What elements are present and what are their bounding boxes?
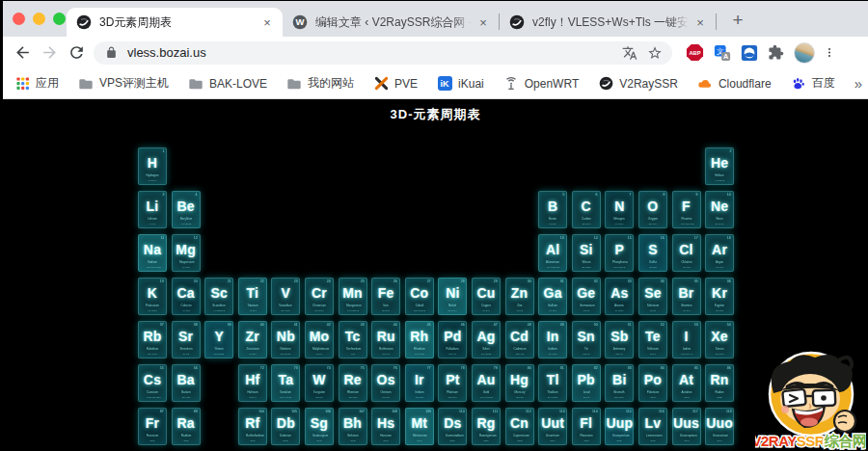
reload-button[interactable] (63, 40, 90, 66)
atomic-mass: 207.2 (581, 396, 592, 399)
element-Ti: 22TiTitanium47.867 (238, 278, 267, 315)
back-button[interactable] (9, 40, 36, 66)
atomic-mass: 88.90585 (213, 353, 225, 356)
window-zoom-button[interactable] (53, 13, 66, 25)
bookmark-bak-love[interactable]: BAK-LOVE (188, 76, 267, 92)
element-symbol: Mg (173, 243, 200, 256)
atomic-mass: 51.9961 (313, 309, 325, 312)
window-minimize-button[interactable] (33, 13, 45, 25)
element-Fl: 114FlFlerovium(289) (572, 408, 601, 445)
translate-extension-icon[interactable]: 文A (713, 43, 731, 62)
bookmark-cloudflare[interactable]: Cloudflare (697, 76, 772, 92)
atomic-number: 79 (494, 366, 498, 369)
tab-title: v2fly！VLESS+Ws+Tls 一键安装 (532, 14, 689, 31)
bookmark-ikuai[interactable]: iKiKuai (437, 76, 484, 92)
atomic-number: 73 (293, 366, 297, 369)
element-name: Cobalt (413, 305, 426, 307)
atomic-mass: 12.0107 (581, 223, 592, 226)
lock-icon[interactable] (102, 44, 120, 62)
element-symbol: At (673, 373, 700, 386)
element-name: Tin (580, 348, 593, 351)
element-name: Thallium (546, 391, 559, 394)
atomic-number: 24 (327, 279, 331, 282)
periodic-table[interactable]: 1HHydrogen1.007942HeHelium4.0026023LiLit… (138, 147, 734, 445)
atomic-number: 43 (361, 323, 365, 326)
element-Lv: 116LvLivermorium(293) (638, 408, 667, 445)
element-name: Ununtrium (546, 435, 559, 438)
element-Y: 39YYttrium88.90585 (204, 321, 233, 358)
tab-close-icon[interactable]: × (475, 14, 491, 30)
element-symbol: Re (339, 373, 366, 386)
element-name: Lead (580, 391, 593, 394)
element-symbol: Uuo (706, 416, 733, 430)
element-symbol: Zr (239, 330, 266, 343)
element-Hg: 80HgMercury200.59 (505, 364, 534, 402)
address-bar[interactable]: vless.bozai.us (94, 41, 672, 65)
element-symbol: Ti (239, 286, 266, 300)
menu-kebab-icon[interactable] (824, 43, 835, 62)
atomic-mass: 190.23 (380, 396, 392, 399)
bookmark-my-sites[interactable]: 我的网站 (286, 75, 354, 92)
element-name: Carbon (580, 218, 593, 221)
atomic-mass: (98) (347, 353, 359, 356)
atomic-number: 84 (661, 366, 665, 369)
element-symbol: S (639, 243, 666, 256)
element-name: Osmium (379, 391, 393, 394)
element-Ni: 28NiNickel58.6934 (438, 278, 467, 315)
atomic-number: 32 (594, 279, 598, 282)
atomic-mass: 40.078 (180, 309, 192, 312)
element-name: Gallium (546, 305, 559, 307)
extensions-puzzle-icon[interactable] (767, 43, 785, 62)
bookmark-label: 我的网站 (308, 75, 354, 92)
tab-v2fly-vless[interactable]: v2fly！VLESS+Ws+Tls 一键安装 × (500, 8, 716, 37)
adblock-plus-icon[interactable]: ABP (686, 43, 704, 62)
atomic-number: 49 (560, 323, 564, 326)
element-Mo: 42MoMolybdenum95.96 (305, 321, 334, 358)
atomic-number: 114 (592, 410, 598, 412)
element-Mt: 109MtMeitnerium(276) (405, 408, 434, 445)
element-symbol: Co (406, 286, 433, 300)
atomic-number: 5 (562, 193, 564, 196)
element-name: Zirconium (246, 348, 259, 351)
atomic-number: 3 (162, 193, 164, 196)
tab-edit-article[interactable]: W 编辑文章 ‹ V2RaySSR综合网 — × (283, 8, 499, 37)
element-name: Vanadium (279, 305, 292, 307)
element-name: Magnesium (179, 261, 193, 264)
window-close-button[interactable] (13, 13, 25, 25)
bookmark-label: VPS评测主机 (99, 75, 169, 92)
element-symbol: Ge (573, 286, 600, 300)
element-name: Copper (479, 305, 493, 307)
atomic-mass: 69.723 (547, 309, 558, 312)
tab-close-icon[interactable]: × (692, 14, 708, 30)
bookmark-openwrt[interactable]: OpenWRT (503, 76, 579, 92)
new-tab-button[interactable]: + (724, 7, 751, 34)
element-symbol: I (673, 330, 700, 343)
ikuai-icon: iK (437, 76, 452, 92)
element-Na: 11NaSodium22.98976928 (138, 234, 167, 272)
bookmark-v2rayssr[interactable]: V2RaySSR (598, 76, 678, 92)
bookmark-star-icon[interactable] (646, 44, 664, 62)
profile-avatar[interactable] (794, 42, 815, 64)
atomic-mass: 35.453 (681, 266, 692, 269)
bookmark-baidu[interactable]: 百度 (791, 75, 835, 92)
element-name: Tungsten (312, 391, 326, 394)
tab-title: 编辑文章 ‹ V2RaySSR综合网 — (315, 14, 472, 31)
element-symbol: Na (139, 243, 166, 256)
element-Ds: 110DsDarmstadtium(281) (438, 408, 467, 445)
element-Cr: 24CrChromium51.9961 (305, 278, 334, 315)
proxy-extension-icon[interactable] (740, 43, 758, 62)
tab-3d-periodic-table[interactable]: 3D元素周期表 × (67, 8, 283, 37)
bookmarks-overflow-chevron-icon[interactable]: » (854, 75, 862, 92)
forward-button[interactable] (36, 40, 63, 66)
tab-close-icon[interactable]: × (259, 14, 275, 30)
atomic-mass: 106.42 (447, 353, 458, 356)
bookmark-vps-review-hosts[interactable]: VPS评测主机 (78, 75, 169, 92)
url-text[interactable]: vless.bozai.us (127, 45, 613, 60)
element-Sn: 50SnTin118.71 (572, 321, 601, 358)
element-Co: 27CoCobalt58.933195 (405, 278, 434, 315)
bookmark-apps[interactable]: 应用 (14, 75, 59, 92)
translate-page-icon[interactable] (621, 44, 638, 62)
atomic-mass: 18.9984032 (681, 223, 692, 226)
bookmark-pve[interactable]: PVE (373, 76, 418, 92)
atomic-number: 75 (361, 366, 365, 369)
